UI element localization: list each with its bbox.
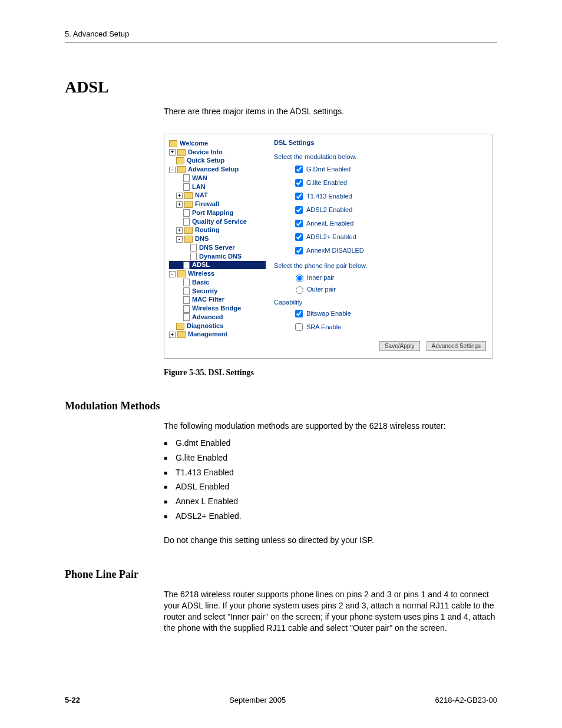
chk-sra[interactable] (295, 323, 303, 331)
save-apply-button[interactable]: Save/Apply (379, 341, 420, 351)
mod-item: ADSL Enabled (176, 481, 497, 492)
nav-welcome-label: Welcome (180, 140, 208, 148)
nav-wireless-bridge[interactable]: Wireless Bridge (169, 305, 266, 313)
nav-lan[interactable]: LAN (169, 183, 266, 191)
nav-advanced[interactable]: Advanced (169, 313, 266, 322)
chk-annexl[interactable] (295, 220, 303, 227)
chk-t1413-label: T1.413 Enabled (306, 193, 352, 200)
nav-dns-server[interactable]: DNS Server (169, 244, 266, 252)
advanced-settings-button[interactable]: Advanced Settings (427, 341, 486, 351)
nav-port-mapping[interactable]: Port Mapping (169, 209, 266, 217)
chk-adsl2p[interactable] (295, 233, 303, 241)
nav-firewall[interactable]: +Firewall (169, 200, 266, 209)
nav-diagnostics[interactable]: Diagnostics (169, 322, 266, 330)
chk-gdmt-label: G.Dmt Enabled (306, 166, 351, 173)
nav-routing[interactable]: +Routing (169, 226, 266, 234)
modulation-heading: Modulation Methods (65, 400, 497, 412)
header-rule (65, 42, 497, 42)
chk-annexl-label: AnnexL Enabled (306, 220, 353, 227)
nav-dns-server-label: DNS Server (199, 244, 235, 252)
nav-advanced-setup[interactable]: -Advanced Setup (169, 166, 266, 174)
nav-wan-label: WAN (192, 174, 207, 183)
nav-device-info[interactable]: +Device Info (169, 148, 266, 157)
nav-dns-label: DNS (195, 235, 209, 243)
nav-quick-setup-label: Quick Setup (187, 157, 224, 165)
nav-routing-label: Routing (195, 226, 220, 234)
nav-diagnostics-label: Diagnostics (187, 322, 223, 330)
nav-advanced-setup-label: Advanced Setup (188, 166, 239, 174)
chk-sra-label: SRA Enable (306, 323, 341, 330)
chk-bitswap-label: Bitswap Enable (306, 310, 351, 317)
phoneline-para: The 6218 wireless router supports phone … (164, 589, 497, 634)
nav-qos[interactable]: Quality of Service (169, 218, 266, 226)
nav-device-info-label: Device Info (188, 148, 223, 157)
chk-bitswap[interactable] (295, 310, 303, 317)
footer-page: 5-22 (65, 696, 80, 704)
intro-para: There are three major items in the ADSL … (164, 106, 497, 117)
chk-adsl2[interactable] (295, 206, 303, 214)
nav-security[interactable]: Security (169, 287, 266, 296)
capability-title: Capability (274, 299, 486, 306)
radio-outer-pair[interactable] (296, 286, 303, 294)
mod-item: G.dmt Enabled (176, 438, 497, 449)
nav-tree: Welcome +Device Info Quick Setup -Advanc… (164, 134, 268, 358)
nav-qos-label: Quality of Service (192, 218, 247, 226)
nav-management[interactable]: +Management (169, 330, 266, 339)
chk-glite[interactable] (295, 179, 303, 187)
nav-management-label: Management (188, 330, 227, 339)
chk-glite-label: G.lite Enabled (306, 179, 347, 186)
nav-mac-filter[interactable]: MAC Filter (169, 296, 266, 304)
nav-wan[interactable]: WAN (169, 174, 266, 183)
modulation-list: G.dmt Enabled G.lite Enabled T1.413 Enab… (164, 438, 497, 522)
settings-pane: DSL Settings Select the modulation below… (268, 134, 492, 358)
chk-gdmt[interactable] (295, 166, 303, 173)
nav-dynamic-dns-label: Dynamic DNS (199, 253, 242, 261)
nav-port-mapping-label: Port Mapping (192, 209, 233, 217)
nav-security-label: Security (192, 287, 217, 296)
nav-mac-filter-label: MAC Filter (192, 296, 224, 304)
modulation-intro: The following modulation methods are sup… (164, 421, 497, 432)
chk-annexm-label: AnnexM DISABLED (306, 247, 364, 254)
radio-inner-pair[interactable] (296, 274, 303, 282)
chapter-header: 5. Advanced Setup (65, 29, 497, 38)
nav-adsl-label: ADSL (192, 261, 210, 269)
modulation-prompt: Select the modulation below. (274, 153, 486, 160)
nav-wireless-bridge-label: Wireless Bridge (192, 305, 241, 313)
section-title: ADSL (65, 78, 497, 97)
nav-lan-label: LAN (192, 183, 206, 191)
pane-title: DSL Settings (274, 139, 486, 146)
dsl-settings-screenshot: Welcome +Device Info Quick Setup -Advanc… (164, 134, 492, 359)
nav-firewall-label: Firewall (195, 200, 219, 209)
phoneline-heading: Phone Line Pair (65, 568, 497, 581)
footer-doc: 6218-A2-GB23-00 (435, 696, 497, 704)
nav-nat-label: NAT (195, 191, 208, 200)
page-footer: 5-22 September 2005 6218-A2-GB23-00 (65, 696, 497, 704)
mod-item: Annex L Enabled (176, 496, 497, 507)
chk-annexm[interactable] (295, 247, 303, 254)
modulation-note: Do not change this setting unless so dir… (164, 535, 497, 546)
chk-adsl2-label: ADSL2 Enabled (306, 206, 352, 213)
radio-outer-pair-label: Outer pair (307, 286, 336, 293)
mod-item: T1.413 Enabled (176, 467, 497, 478)
nav-welcome[interactable]: Welcome (169, 140, 266, 148)
nav-advanced-label: Advanced (192, 313, 223, 322)
radio-inner-pair-label: Inner pair (307, 274, 334, 281)
nav-wireless-label: Wireless (188, 270, 214, 278)
nav-dynamic-dns[interactable]: Dynamic DNS (169, 253, 266, 261)
nav-adsl[interactable]: ADSL (169, 261, 266, 269)
nav-dns[interactable]: -DNS (169, 235, 266, 243)
nav-basic[interactable]: Basic (169, 279, 266, 287)
chk-t1413[interactable] (295, 193, 303, 200)
nav-basic-label: Basic (192, 279, 209, 287)
nav-nat[interactable]: +NAT (169, 191, 266, 200)
mod-item: ADSL2+ Enabled. (176, 511, 497, 522)
chk-adsl2p-label: ADSL2+ Enabled (306, 233, 356, 240)
footer-date: September 2005 (229, 696, 286, 704)
nav-quick-setup[interactable]: Quick Setup (169, 157, 266, 165)
figure-caption: Figure 5-35. DSL Settings (164, 368, 497, 378)
mod-item: G.lite Enabled (176, 452, 497, 464)
nav-wireless[interactable]: -Wireless (169, 270, 266, 278)
pair-prompt: Select the phone line pair below. (274, 262, 486, 269)
